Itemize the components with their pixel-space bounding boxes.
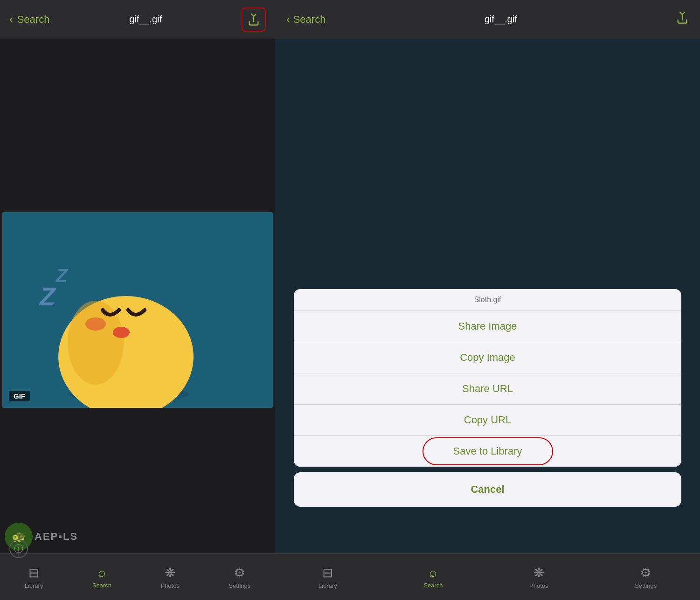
- gif-area: Z Z GIF: [0, 39, 275, 553]
- settings-label: Settings: [229, 582, 250, 589]
- left-panel: ‹ Search gif__.gif: [0, 0, 275, 600]
- tab-search-right[interactable]: ⌕ Search: [423, 565, 443, 589]
- tab-photos-right[interactable]: ❋ Photos: [529, 565, 548, 589]
- right-photos-label: Photos: [529, 582, 548, 589]
- right-library-icon: ⊟: [322, 565, 333, 580]
- right-search-label: Search: [423, 582, 443, 589]
- right-tab-bar: ⊟ Library ⌕ Search ❋ Photos ⚙ Settings: [275, 553, 700, 600]
- z-icon: Z: [39, 282, 56, 311]
- right-back-chevron-icon: ‹: [286, 12, 291, 27]
- right-panel: ‹ Search gif__.gif Sloth.gif Share Image…: [275, 0, 700, 600]
- right-share-button[interactable]: [676, 11, 689, 28]
- right-library-label: Library: [319, 582, 337, 589]
- left-back-label: Search: [17, 14, 50, 26]
- left-tab-bar: ⊟ Library ⌕ Search ❋ Photos ⚙ Settings: [0, 553, 275, 600]
- left-title: gif__.gif: [129, 14, 162, 25]
- sloth-illustration: Z Z: [2, 212, 273, 408]
- library-icon: ⊟: [28, 565, 39, 580]
- save-to-library-button[interactable]: Save to Library: [294, 436, 681, 467]
- right-settings-label: Settings: [635, 582, 657, 589]
- svg-point-6: [85, 317, 106, 331]
- right-share-icon: [676, 11, 689, 24]
- tab-settings-left[interactable]: ⚙ Settings: [229, 565, 250, 589]
- tab-library-right[interactable]: ⊟ Library: [319, 565, 337, 589]
- gif-badge: GIF: [9, 391, 30, 401]
- right-header: ‹ Search gif__.gif: [275, 0, 700, 39]
- right-content: Sloth.gif Share Image Copy Image Share U…: [275, 39, 700, 553]
- gif-display: Z Z GIF: [2, 212, 273, 408]
- info-icon: ⓘ: [14, 543, 23, 555]
- share-button[interactable]: [242, 7, 266, 32]
- copy-url-button[interactable]: Copy URL: [294, 405, 681, 436]
- left-header: ‹ Search gif__.gif: [0, 0, 275, 39]
- action-sheet: Sloth.gif Share Image Copy Image Share U…: [294, 289, 681, 507]
- settings-icon: ⚙: [234, 565, 245, 580]
- library-label: Library: [25, 582, 43, 589]
- right-back-label: Search: [293, 14, 326, 26]
- photos-icon: ❋: [165, 565, 175, 580]
- action-sheet-title: Sloth.gif: [294, 289, 681, 311]
- search-label: Search: [92, 582, 111, 589]
- right-photos-icon: ❋: [534, 565, 544, 580]
- right-search-icon: ⌕: [429, 565, 437, 580]
- cancel-button[interactable]: Cancel: [294, 472, 681, 507]
- info-button[interactable]: ⓘ: [9, 539, 28, 558]
- right-settings-icon: ⚙: [640, 565, 651, 580]
- tab-search-left[interactable]: ⌕ Search: [92, 565, 111, 589]
- action-sheet-cancel: Cancel: [294, 472, 681, 507]
- copy-image-button[interactable]: Copy Image: [294, 342, 681, 373]
- svg-point-7: [113, 327, 130, 338]
- right-back-button[interactable]: ‹ Search: [286, 12, 326, 27]
- search-icon: ⌕: [98, 565, 106, 580]
- action-sheet-main: Sloth.gif Share Image Copy Image Share U…: [294, 289, 681, 467]
- share-icon: [247, 13, 260, 26]
- photos-label: Photos: [160, 582, 179, 589]
- share-url-button[interactable]: Share URL: [294, 373, 681, 405]
- left-back-button[interactable]: ‹ Search: [9, 12, 49, 27]
- back-chevron-icon: ‹: [9, 12, 14, 27]
- tab-photos-left[interactable]: ❋ Photos: [160, 565, 179, 589]
- watermark-text: AEP▪LS: [35, 531, 78, 543]
- tab-settings-right[interactable]: ⚙ Settings: [635, 565, 657, 589]
- z-small-icon: Z: [55, 265, 68, 286]
- right-title: gif__.gif: [485, 14, 517, 25]
- share-button-container: [242, 7, 266, 32]
- share-image-button[interactable]: Share Image: [294, 311, 681, 342]
- tab-library-left[interactable]: ⊟ Library: [25, 565, 43, 589]
